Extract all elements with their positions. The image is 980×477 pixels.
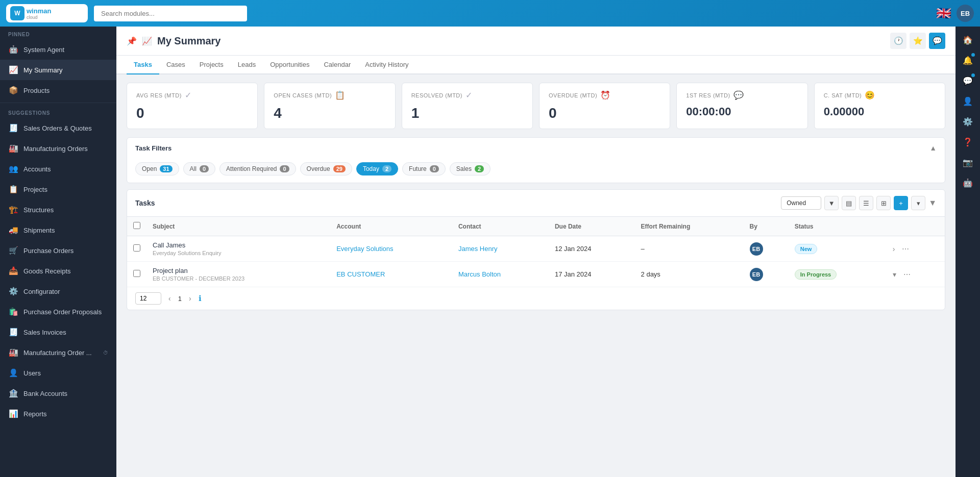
notifications-btn[interactable]: 🔔 bbox=[959, 51, 977, 69]
sidebar-item-sales-orders[interactable]: 🧾 Sales Orders & Quotes bbox=[0, 118, 116, 138]
row1-account-link[interactable]: Everyday Solutions bbox=[336, 245, 393, 253]
filter-chip-sales-label: Sales bbox=[456, 165, 472, 172]
filter-chip-today-label: Today bbox=[363, 165, 379, 172]
filter-chip-today[interactable]: Today 2 bbox=[356, 162, 398, 175]
logo[interactable]: W winman cloud bbox=[6, 4, 88, 22]
row1-arrow-btn[interactable]: › bbox=[891, 244, 897, 254]
cart-icon: 🛒 bbox=[8, 245, 18, 256]
filter-chip-overdue[interactable]: Overdue 29 bbox=[300, 162, 352, 175]
sidebar-item-projects[interactable]: 📋 Projects bbox=[0, 179, 116, 199]
sidebar-item-accounts[interactable]: 👥 Accounts bbox=[0, 159, 116, 179]
row1-subject-main[interactable]: Call James bbox=[153, 241, 324, 249]
pagination-info-icon[interactable]: ℹ bbox=[199, 294, 202, 303]
messages-button[interactable]: 💬 bbox=[929, 33, 945, 49]
sidebar-item-manufacturing-order-2[interactable]: 🏭 Manufacturing Order ... ⏱ bbox=[0, 342, 116, 363]
tab-cases[interactable]: Cases bbox=[159, 56, 192, 74]
filter-chip-attention-count: 0 bbox=[280, 165, 289, 172]
scan-btn[interactable]: 📷 bbox=[959, 153, 977, 171]
stat-1st-res: 1ST RES (MTD) 💬 00:00:00 bbox=[676, 83, 807, 129]
users-right-btn[interactable]: 👤 bbox=[959, 92, 977, 110]
sidebar-item-structures[interactable]: 🏗️ Structures bbox=[0, 199, 116, 220]
sidebar-item-system-agent[interactable]: 🤖 System Agent bbox=[0, 39, 116, 60]
tab-tasks[interactable]: Tasks bbox=[127, 56, 159, 74]
stats-row: AVG RES (MTD) ✓ 0 OPEN CASES (MTD) 📋 4 R… bbox=[116, 74, 955, 137]
tab-calendar[interactable]: Calendar bbox=[316, 56, 358, 74]
sidebar-item-purchase-order-proposals[interactable]: 🛍️ Purchase Order Proposals bbox=[0, 302, 116, 322]
next-page-btn[interactable]: › bbox=[186, 293, 194, 304]
tab-activity-history[interactable]: Activity History bbox=[358, 56, 415, 74]
th-status: Status bbox=[789, 217, 885, 236]
sidebar-item-label: System Agent bbox=[23, 46, 64, 54]
list-view-btn[interactable]: ☰ bbox=[859, 196, 873, 210]
sidebar-item-shipments[interactable]: 🚚 Shipments bbox=[0, 220, 116, 240]
filter-icon-btn[interactable]: ▼ bbox=[824, 196, 839, 210]
sidebar-item-goods-receipts[interactable]: 📥 Goods Receipts bbox=[0, 261, 116, 281]
tasks-controls: Owned ▼ ▤ ☰ ⊞ + ▾ ▼ bbox=[781, 196, 937, 210]
row2-contact-link[interactable]: Marcus Bolton bbox=[458, 270, 501, 278]
sidebar-item-label: Manufacturing Order ... bbox=[23, 349, 92, 357]
select-all-checkbox[interactable] bbox=[133, 222, 140, 229]
logo-text: winman cloud bbox=[27, 7, 51, 20]
collapse-tasks-btn[interactable]: ▼ bbox=[928, 198, 937, 208]
bot-btn[interactable]: 🤖 bbox=[959, 173, 977, 192]
help-btn[interactable]: ❓ bbox=[959, 133, 977, 151]
tasks-filter-select[interactable]: Owned bbox=[781, 196, 821, 210]
history-button[interactable]: 🕐 bbox=[890, 33, 906, 49]
filter-chip-future[interactable]: Future 0 bbox=[402, 162, 446, 175]
factory2-icon: 🏭 bbox=[8, 347, 18, 358]
card-view-btn[interactable]: ▤ bbox=[842, 196, 856, 210]
sidebar-item-label: Accounts bbox=[23, 165, 51, 173]
stat-avg-res-value: 0 bbox=[136, 105, 248, 121]
row2-account-link[interactable]: EB CUSTOMER bbox=[336, 270, 385, 278]
sidebar-item-users[interactable]: 👤 Users bbox=[0, 363, 116, 383]
row2-more-btn[interactable]: ⋯ bbox=[901, 269, 913, 280]
row1-contact-link[interactable]: James Henry bbox=[458, 245, 498, 253]
filter-chip-overdue-label: Overdue bbox=[307, 165, 330, 172]
filter-chip-attention[interactable]: Attention Required 0 bbox=[219, 162, 296, 175]
filter-chip-open[interactable]: Open 31 bbox=[135, 162, 179, 175]
row2-subject-main[interactable]: Project plan bbox=[153, 267, 324, 274]
task-filters-header[interactable]: Task Filters ▲ bbox=[127, 138, 945, 158]
sidebar-item-products[interactable]: 📦 Products bbox=[0, 80, 116, 101]
sidebar-item-configurator[interactable]: ⚙️ Configurator bbox=[0, 281, 116, 302]
star-button[interactable]: ⭐ bbox=[910, 33, 926, 49]
sidebar-item-reports[interactable]: 📊 Reports bbox=[0, 404, 116, 424]
sidebar-item-purchase-orders[interactable]: 🛒 Purchase Orders bbox=[0, 240, 116, 261]
tab-leads[interactable]: Leads bbox=[231, 56, 263, 74]
sidebar-item-sales-invoices[interactable]: 🧾 Sales Invoices bbox=[0, 322, 116, 342]
tab-projects[interactable]: Projects bbox=[192, 56, 231, 74]
home-btn[interactable]: 🏠 bbox=[959, 31, 977, 49]
search-input[interactable] bbox=[94, 6, 247, 21]
add-task-btn[interactable]: + bbox=[894, 196, 908, 210]
sidebar-item-label: Reports bbox=[23, 410, 47, 418]
sidebar-item-bank-accounts[interactable]: 🏦 Bank Accounts bbox=[0, 383, 116, 404]
row1-by-avatar: EB bbox=[750, 242, 763, 256]
grid-view-btn[interactable]: ⊞ bbox=[876, 196, 891, 210]
row2-contact-cell: Marcus Bolton bbox=[452, 262, 549, 287]
prev-page-btn[interactable]: ‹ bbox=[165, 293, 174, 304]
sidebar-item-my-summary[interactable]: 📈 My Summary bbox=[0, 60, 116, 80]
row2-expand-btn[interactable]: ▾ bbox=[891, 269, 898, 280]
row2-checkbox[interactable] bbox=[133, 270, 140, 277]
filter-chip-open-label: Open bbox=[142, 165, 157, 172]
row2-action-buttons: ▾ ⋯ bbox=[891, 269, 939, 280]
tasks-section: Tasks Owned ▼ ▤ ☰ ⊞ + ▾ ▼ bbox=[127, 189, 945, 310]
settings-right-btn[interactable]: ⚙️ bbox=[959, 112, 977, 131]
filter-chip-all[interactable]: All 0 bbox=[183, 162, 215, 175]
filter-chip-sales[interactable]: Sales 2 bbox=[450, 162, 491, 175]
more-actions-btn[interactable]: ▾ bbox=[911, 196, 925, 210]
filter-chip-future-count: 0 bbox=[430, 165, 439, 172]
per-page-select[interactable]: 12 25 50 100 bbox=[135, 292, 161, 305]
stat-csat-value: 0.00000 bbox=[824, 105, 936, 118]
row1-checkbox[interactable] bbox=[133, 244, 140, 252]
truck-icon: 🚚 bbox=[8, 225, 18, 235]
messages-btn[interactable]: 💬 bbox=[959, 71, 977, 90]
current-page: 1 bbox=[178, 295, 182, 303]
top-nav: W winman cloud 🇬🇧 EB bbox=[0, 0, 980, 27]
row1-more-btn[interactable]: ⋯ bbox=[900, 244, 911, 254]
tab-opportunities[interactable]: Opportunities bbox=[263, 56, 316, 74]
th-account: Account bbox=[330, 217, 452, 236]
row2-due-date: 17 Jan 2024 bbox=[549, 262, 635, 287]
sidebar-item-manufacturing-orders[interactable]: 🏭 Manufacturing Orders bbox=[0, 138, 116, 159]
user-avatar-top[interactable]: EB bbox=[957, 5, 974, 22]
